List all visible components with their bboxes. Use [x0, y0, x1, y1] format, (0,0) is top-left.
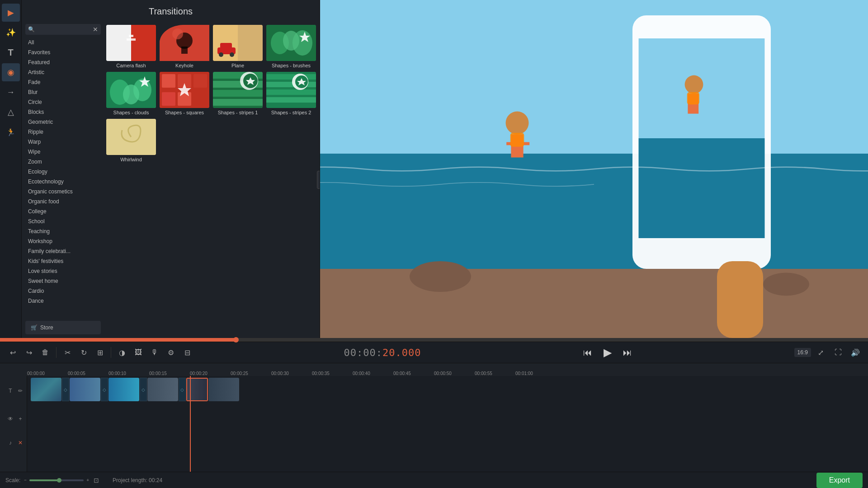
scale-minus-icon[interactable]: −	[24, 478, 27, 483]
cat-family[interactable]: Family celebrati...	[25, 246, 103, 256]
export-button[interactable]: Export	[816, 473, 863, 488]
svg-rect-28	[162, 92, 175, 106]
settings-button[interactable]: ⚙	[164, 345, 178, 360]
cat-teaching[interactable]: Teaching	[25, 226, 103, 236]
delete-button[interactable]: 🗑	[38, 345, 52, 360]
transition-divider-4[interactable]: ◇	[179, 378, 186, 401]
sidebar-icon-effects[interactable]: ✨	[2, 23, 20, 42]
transition-divider-1[interactable]: ◇	[62, 378, 69, 401]
play-button[interactable]: ▶	[599, 344, 616, 361]
scale-slider[interactable]	[29, 479, 84, 481]
svg-rect-61	[510, 133, 524, 147]
scale-fit-icon[interactable]: ⊡	[94, 477, 99, 484]
cat-blur[interactable]: Blur	[25, 87, 103, 97]
progress-handle[interactable]	[233, 337, 239, 343]
cat-ripple[interactable]: Ripple	[25, 127, 103, 137]
cat-organic-food[interactable]: Organic food	[25, 197, 103, 206]
track-eye-icon[interactable]: 👁	[6, 414, 15, 423]
cat-kids[interactable]: Kids' festivities	[25, 256, 103, 266]
sidebar-icon-sports[interactable]: 🏃	[2, 123, 20, 141]
transition-shapes-stripes2[interactable]: Shapes - stripes 2	[266, 72, 316, 115]
cut-button[interactable]: ✂	[60, 345, 75, 360]
ratio-badge[interactable]: 16:9	[794, 348, 811, 357]
resize-button[interactable]: ⤢	[814, 345, 828, 360]
close-icon[interactable]: ✕	[93, 26, 98, 33]
cat-love[interactable]: Love stories	[25, 266, 103, 276]
sidebar-icon-transitions[interactable]: ◉	[2, 63, 20, 81]
image-button[interactable]: 🖼	[131, 345, 146, 360]
collapse-panel-button[interactable]: ‹	[317, 171, 320, 189]
cat-circle[interactable]: Circle	[25, 97, 103, 107]
cat-sweet-home[interactable]: Sweet home	[25, 276, 103, 286]
cat-favorites[interactable]: Favorites	[25, 47, 103, 57]
cat-fade[interactable]: Fade	[25, 77, 103, 87]
search-input[interactable]	[37, 26, 93, 33]
redo-button[interactable]: ↪	[22, 345, 36, 360]
svg-point-59	[685, 75, 703, 94]
transition-thumb-shapes-clouds	[106, 72, 156, 108]
track-mute-icon[interactable]: ✕	[16, 438, 25, 447]
cat-college[interactable]: College	[25, 206, 103, 216]
transition-plane[interactable]: Plane	[213, 25, 263, 68]
scale-plus-icon[interactable]: +	[86, 478, 89, 483]
sidebar-icon-shapes[interactable]: △	[2, 103, 20, 121]
adjust-button[interactable]: ⊟	[180, 345, 194, 360]
cat-wipe[interactable]: Wipe	[25, 147, 103, 157]
sidebar-icon-video[interactable]: ▶	[2, 4, 20, 22]
cat-zoom[interactable]: Zoom	[25, 157, 103, 167]
track-ctrl-audio: ♪ ✕	[0, 434, 27, 452]
cat-school[interactable]: School	[25, 216, 103, 226]
search-bar[interactable]: 🔍 ✕	[25, 24, 101, 35]
transition-keyhole[interactable]: Keyhole	[160, 25, 209, 68]
sidebar-icon-motion[interactable]: →	[2, 83, 20, 101]
undo-button[interactable]: ↩	[5, 345, 20, 360]
mic-button[interactable]: 🎙	[147, 345, 162, 360]
transition-shapes-squares[interactable]: Shapes - squares	[160, 72, 209, 115]
cat-dance[interactable]: Dance	[25, 296, 103, 306]
volume-button[interactable]: 🔊	[848, 345, 863, 360]
color-button[interactable]: ◑	[115, 345, 129, 360]
scale-handle[interactable]	[57, 478, 61, 483]
playhead	[190, 376, 191, 472]
cat-ecology[interactable]: Ecology	[25, 167, 103, 177]
transition-divider-3[interactable]: ◇	[140, 378, 147, 401]
next-button[interactable]: ⏭	[619, 344, 636, 361]
cat-all[interactable]: All	[25, 38, 103, 47]
cat-ecotechnology[interactable]: Ecotechnology	[25, 177, 103, 187]
transition-shapes-stripes1[interactable]: Shapes - stripes 1	[213, 72, 263, 115]
rotate-button[interactable]: ↻	[76, 345, 91, 360]
clip-6[interactable]	[208, 378, 239, 401]
store-icon: 🛒	[31, 324, 38, 331]
transition-whirlwind[interactable]: Whirlwind	[106, 119, 156, 162]
category-list: 🔍 ✕ All Favorites Featured Artistic Fade…	[22, 21, 104, 338]
fullscreen-button[interactable]: ⛶	[831, 345, 845, 360]
cat-geometric[interactable]: Geometric	[25, 117, 103, 127]
prev-button[interactable]: ⏮	[580, 344, 596, 361]
cat-organic-cosmetics[interactable]: Organic cosmetics	[25, 187, 103, 197]
transition-shapes-brushes[interactable]: Shapes - brushes	[266, 25, 316, 68]
cat-blocks[interactable]: Blocks	[25, 107, 103, 117]
cat-artistic[interactable]: Artistic	[25, 67, 103, 77]
timeline-content: ◇ ◇ ◇ ◇	[27, 376, 868, 472]
track-add-icon[interactable]: +	[16, 414, 25, 423]
cat-cardio[interactable]: Cardio	[25, 286, 103, 296]
transition-divider-2[interactable]: ◇	[101, 378, 108, 401]
store-button[interactable]: 🛒 Store	[25, 321, 101, 334]
track-music-icon[interactable]: ♪	[6, 438, 15, 447]
cat-featured[interactable]: Featured	[25, 57, 103, 67]
cat-warp[interactable]: Warp	[25, 137, 103, 147]
ruler-mark-0: 00:00:00	[27, 371, 45, 376]
transition-camera-flash[interactable]: Camera flash	[106, 25, 156, 68]
transition-shapes-clouds[interactable]: Shapes - clouds	[106, 72, 156, 115]
clip-2-inner	[70, 378, 100, 401]
clip-1[interactable]	[31, 378, 61, 401]
progress-bar[interactable]	[0, 338, 868, 342]
clip-4[interactable]	[147, 378, 178, 401]
sidebar-icon-titles[interactable]: T	[2, 43, 20, 61]
track-draw-icon[interactable]: ✏	[16, 386, 25, 395]
crop-button[interactable]: ⊞	[93, 345, 107, 360]
cat-workshop[interactable]: Workshop	[25, 236, 103, 246]
clip-2[interactable]	[70, 378, 100, 401]
track-text-icon[interactable]: T	[6, 386, 15, 395]
clip-3[interactable]	[108, 378, 139, 401]
